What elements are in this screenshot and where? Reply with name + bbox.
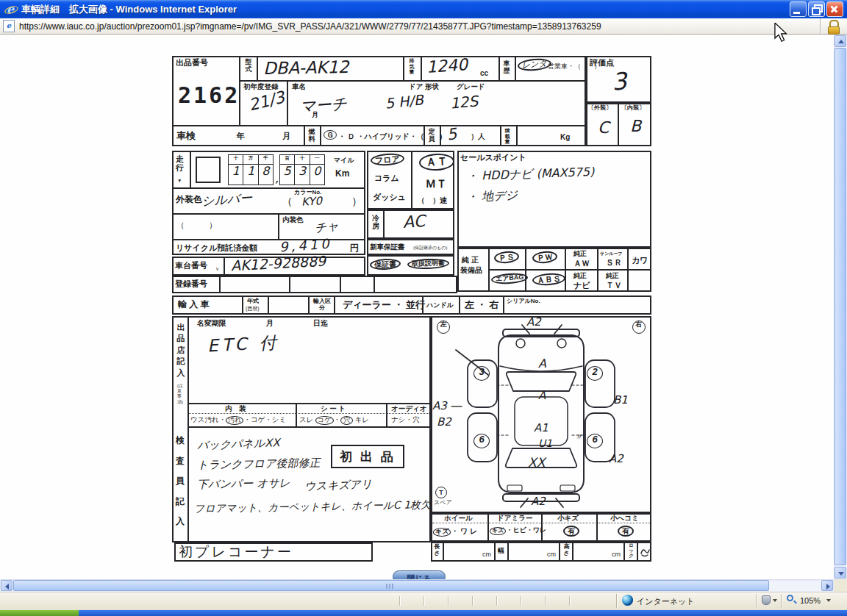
globe-icon <box>622 595 633 606</box>
status-divider <box>496 596 498 606</box>
scroll-up-button[interactable] <box>835 35 846 47</box>
model-code-label: 型式 <box>243 59 254 74</box>
v-scrollbar[interactable] <box>834 35 847 579</box>
rating-value: 3 <box>610 68 628 96</box>
v-scroll-thumb[interactable] <box>835 48 846 565</box>
zoom-level-text[interactable]: 105% <box>800 596 821 605</box>
mileage-arrow: ▼ <box>177 178 182 183</box>
status-divider <box>545 596 546 606</box>
width-label: 幅 <box>498 548 504 555</box>
status-divider <box>448 596 449 606</box>
exterior-value: C <box>598 119 609 137</box>
load-unit: Kg <box>560 133 570 141</box>
color-no-open: ( <box>288 197 291 207</box>
lock-icon <box>828 20 840 35</box>
mark-a2-bottom: A2 <box>531 495 546 508</box>
odo-d3: 8 <box>259 165 273 185</box>
auction-sheet-image: 出品番号 2162 型式 DBA-AK12 排気量 1240 cc 車歴 レンタ… <box>168 51 651 562</box>
equip-sr-1: サンルーフ <box>600 251 623 257</box>
wheel-mark-rear-right: 6 <box>587 434 603 448</box>
trans-speed: （ ）速 <box>418 196 447 204</box>
close-window-button[interactable] <box>826 1 843 17</box>
ac-value: AC <box>402 212 426 232</box>
equip-kawa: カワ <box>632 256 648 265</box>
odo-d6: 0 <box>310 165 324 185</box>
mouse-cursor-icon <box>774 23 787 42</box>
odometer-group2: 百 十 一 5 3 0 <box>279 154 325 185</box>
cond-seat-e: キレ <box>353 415 369 423</box>
scratch-circled: 有 <box>563 526 579 537</box>
trans-mt: ＭＴ <box>425 178 447 190</box>
import-lr: 左 ・ 右 <box>465 300 498 310</box>
cond-interior-label: 内 装 <box>225 405 246 412</box>
displacement-value: 1240 <box>426 56 468 76</box>
warranty-label: 新車保証書 <box>370 243 405 251</box>
protection-icon[interactable] <box>762 595 771 605</box>
restore-button[interactable] <box>808 1 825 17</box>
capacity-label: 定員 <box>426 129 437 143</box>
page-icon: e <box>3 20 15 32</box>
cond-seat-a: スレ <box>299 415 315 423</box>
cond-audio-options: ナシ・穴 <box>391 416 419 423</box>
mirror-header: ドアミラー <box>497 515 532 522</box>
mark-tick: 〃 <box>573 432 583 443</box>
status-divider <box>569 596 571 606</box>
equip-navi-2: ナビ <box>573 281 590 290</box>
carname-label: 車名 <box>292 83 306 90</box>
inspector-line-3a: 下バンパー オサレ <box>197 477 290 491</box>
taskbar-start-sliver[interactable] <box>0 610 79 616</box>
equip-label-2: 装備品 <box>460 266 482 274</box>
first-listing-stamp: 初 出 品 <box>331 445 404 468</box>
equip-label-1: 純 正 <box>462 256 479 264</box>
height-unit: cm <box>612 551 621 559</box>
wheel-mark-front-left: 3 <box>473 366 490 381</box>
import-label: 輸 入 車 <box>178 300 210 309</box>
color-no-close: ) <box>353 197 356 207</box>
dent-header: 小ヘコミ <box>610 515 639 522</box>
history-label: 車歴 <box>501 60 512 75</box>
mark-a-glass: A <box>538 390 546 402</box>
sales-point-label: セールスポイント <box>460 153 526 162</box>
address-bar[interactable]: e https://www.iauc.co.jp/auction/prezoom… <box>0 18 847 35</box>
width-unit: cm <box>547 551 556 559</box>
int-color-label: 内装色 <box>282 216 304 223</box>
h-scrollbar[interactable] <box>0 579 834 592</box>
odo-h1: 十 <box>229 155 243 164</box>
equip-tv-2: ＴＶ <box>606 281 622 290</box>
fuel-gauge-box <box>196 157 221 183</box>
corner-text: 初プレコーナー <box>179 545 293 560</box>
minimize-button[interactable] <box>790 1 807 17</box>
cond-audio-label: オーディオ <box>391 405 426 412</box>
carname-value: マーチ <box>299 96 347 116</box>
lot-number: 2162 <box>178 82 240 108</box>
status-divider <box>521 596 522 606</box>
mark-a3: A3 ― <box>432 400 462 412</box>
seller-note: (注意事項) <box>177 384 184 405</box>
wheel-rest: ・ ワ レ <box>451 527 477 535</box>
length-label: 長さ <box>433 544 441 557</box>
status-pane-divider <box>616 594 618 608</box>
scroll-left-button[interactable] <box>1 580 12 591</box>
load-label: 積載量 <box>503 128 512 145</box>
scroll-down-button[interactable] <box>835 567 846 579</box>
zoom-dropdown-caret[interactable] <box>826 599 831 602</box>
sales-line-2: ・ 地デジ <box>466 189 518 204</box>
grade-label: グレード <box>457 83 485 90</box>
cond-interior-options: ウス汚れ・汚れ・コゲ・シミ <box>190 416 286 425</box>
cond-int-c: ・コゲ・シミ <box>243 415 286 423</box>
h-scroll-thumb[interactable] <box>13 580 769 591</box>
cond-seat-label: シ ー ト <box>321 405 346 412</box>
protection-dropdown-caret[interactable] <box>773 599 777 602</box>
mark-a2-right: A2 <box>609 453 623 465</box>
status-pane-divider <box>756 594 757 608</box>
empty-paren: （ ） <box>176 221 217 229</box>
dent-circled: 有 <box>618 526 634 537</box>
chassis-label: 車台番号 <box>175 261 207 270</box>
door-label: ドア 形状 <box>409 83 439 90</box>
lock-button[interactable] <box>820 18 847 34</box>
zoom-icon <box>787 595 797 605</box>
status-zone-text: インターネット <box>637 596 695 607</box>
import-handle: ハンドル <box>426 302 454 309</box>
scroll-right-button[interactable] <box>821 580 833 591</box>
inspector-line-2: トランクフロア後部修正 <box>197 457 321 471</box>
